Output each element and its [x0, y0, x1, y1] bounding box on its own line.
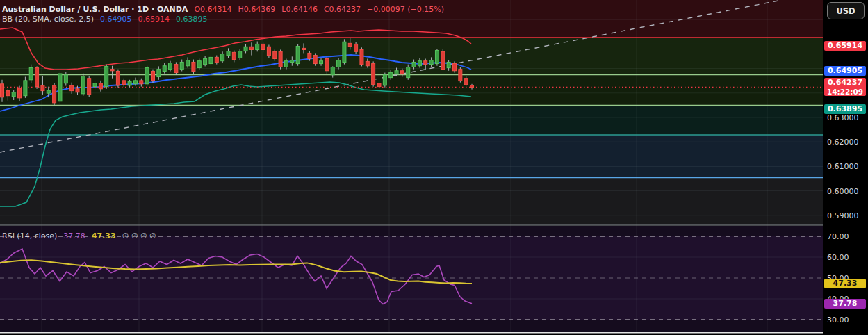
candle [395, 71, 398, 74]
candle [343, 42, 346, 62]
candle [41, 85, 44, 91]
rsi-axis-label: 37.78 [824, 299, 866, 309]
candle [313, 56, 317, 64]
axis-tick: 0.60000 [827, 186, 859, 195]
candle [383, 75, 386, 85]
candle [145, 68, 149, 84]
candle [354, 44, 358, 51]
candle [418, 61, 421, 66]
candle [435, 51, 439, 64]
candle [464, 79, 468, 85]
candle [174, 65, 178, 73]
candle [389, 73, 393, 78]
candle [290, 60, 294, 63]
candle [64, 75, 67, 83]
candle [459, 70, 462, 81]
candle [24, 81, 27, 96]
candle [348, 43, 352, 46]
candle [249, 47, 253, 49]
currency-button[interactable]: USD [827, 2, 865, 19]
candle [441, 51, 445, 69]
candle [47, 90, 50, 93]
candle [308, 53, 311, 58]
candle [470, 85, 474, 88]
candle [238, 51, 242, 58]
price-scale[interactable]: USD 0.630000.620000.610000.600000.590007… [823, 0, 868, 335]
price-zone-band [0, 106, 823, 136]
candle [35, 68, 39, 87]
candle [273, 51, 277, 58]
candle [267, 47, 270, 55]
price-zone-band [0, 75, 823, 106]
axis-tick: 0.61000 [827, 162, 859, 171]
candle [140, 81, 143, 84]
axis-tick: 60.00 [827, 253, 849, 262]
chart-canvas[interactable] [0, 0, 868, 335]
candle [93, 83, 97, 87]
axis-tick: 30.00 [827, 316, 849, 325]
candle [105, 66, 108, 86]
candle [447, 62, 450, 67]
candle [116, 71, 120, 85]
candle [76, 89, 79, 92]
candle [1, 84, 4, 97]
candle [122, 81, 126, 85]
candle [99, 83, 102, 89]
axis-tick: 0.63000 [827, 113, 859, 122]
candle [331, 67, 334, 74]
candle [284, 61, 288, 67]
candle [337, 60, 341, 67]
bb-lower-axis-label: 0.63895 [824, 104, 866, 114]
candle [256, 44, 259, 49]
axis-tick: 0.62000 [827, 138, 859, 147]
candle [366, 61, 369, 65]
candle [6, 91, 10, 96]
candle [424, 61, 427, 65]
candle [360, 49, 363, 64]
candle [133, 81, 137, 84]
last-price-countdown-label: 0.6423714:22:09 [824, 78, 866, 96]
candle [53, 85, 56, 103]
candle [88, 79, 91, 95]
candle [325, 59, 329, 71]
bb-basis-axis-label: 0.64905 [824, 66, 866, 76]
candle [18, 88, 22, 98]
price-zone-band [0, 0, 823, 38]
candle [429, 60, 433, 65]
candle [157, 70, 161, 77]
price-zone-band [0, 135, 823, 178]
candle [209, 57, 213, 63]
bb-upper-axis-label: 0.65914 [824, 41, 866, 51]
candle [412, 62, 416, 67]
candle [197, 61, 201, 68]
axis-tick: 70.00 [827, 232, 849, 241]
candle [169, 63, 172, 70]
candle [215, 57, 218, 62]
candle [186, 60, 190, 66]
candle [232, 52, 236, 59]
candle [302, 48, 305, 49]
rsi-ma-axis-label: 47.33 [824, 279, 866, 288]
price-zone-band [0, 178, 823, 226]
candle [227, 51, 230, 56]
candle [12, 92, 15, 97]
candle [192, 62, 195, 71]
price-zone-band [0, 38, 823, 75]
candle [128, 82, 131, 85]
candle [221, 54, 224, 60]
candle [400, 71, 404, 74]
candle [204, 59, 207, 65]
candle [296, 47, 300, 64]
candle [29, 68, 33, 80]
candle [70, 85, 74, 91]
candle [279, 51, 282, 67]
candle [377, 83, 381, 87]
trading-chart-window: Australian Dollar / U.S. Dollar · 1D · O… [0, 0, 868, 335]
candle [81, 76, 85, 94]
candle [320, 61, 323, 64]
candle [244, 47, 247, 51]
candle [151, 71, 154, 80]
candle [163, 66, 166, 72]
candle [58, 74, 62, 101]
candle [180, 62, 183, 69]
